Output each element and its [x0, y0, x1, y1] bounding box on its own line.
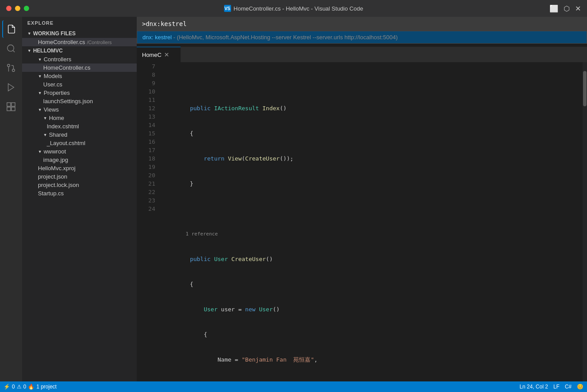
activitybar-git[interactable] [2, 59, 20, 77]
sidebar-item-home[interactable]: ▼ Home [22, 114, 137, 122]
maximize-button[interactable] [24, 6, 29, 11]
working-files-label: WORKING FILES [33, 30, 76, 37]
result-separator: - [173, 34, 177, 41]
fire-icon: 🔥 [28, 384, 34, 390]
sidebar-item-properties[interactable]: ▼ Properties [22, 89, 137, 97]
file-label: HomeController.cs [43, 64, 90, 71]
line-num: 21 [140, 179, 155, 188]
file-label: project.json [38, 173, 67, 180]
chevron-down-icon: ▼ [43, 133, 47, 137]
sidebar-file-indexcshtml[interactable]: Index.cshtml [22, 122, 137, 131]
sidebar-file-projectjson[interactable]: project.json [22, 172, 137, 181]
emoji-icon: 😊 [577, 384, 583, 390]
sidebar-header: EXPLORE [22, 17, 137, 29]
code-line-15: User user = new User() [162, 305, 587, 314]
chevron-down-icon: ▼ [27, 49, 31, 53]
sidebar-item-models[interactable]: ▼ Models [22, 72, 137, 80]
tab-label: HomeC [142, 52, 161, 58]
close-window-icon[interactable]: ✕ [575, 4, 581, 13]
sidebar-item-shared[interactable]: ▼ Shared [22, 131, 137, 139]
sidebar-item-wwwroot[interactable]: ▼ wwwroot [22, 147, 137, 156]
hellomvc-label: HELLOMVC [33, 48, 63, 54]
working-file-homecontroller[interactable]: HomeController.cs /Controllers [22, 38, 137, 46]
code-line-7 [162, 79, 587, 87]
sidebar-file-imagejpg[interactable]: image.jpg [22, 156, 137, 164]
minimize-button[interactable] [15, 6, 20, 11]
window-title: VS HomeController.cs - HelloMvc - Visual… [224, 5, 363, 12]
sidebar-item-views[interactable]: ▼ Views [22, 105, 137, 114]
file-label: launchSettings.json [43, 98, 93, 105]
line-num: 23 [140, 196, 155, 205]
command-input-wrapper [137, 17, 587, 31]
sidebar-file-projectlockjson[interactable]: project.lock.json [22, 181, 137, 189]
file-label: User.cs [43, 81, 62, 88]
line-num: 8 [140, 71, 155, 79]
command-results: dnx: kestrel - (HelloMvc, Microsoft.AspN… [137, 31, 587, 44]
status-eol[interactable]: LF [553, 384, 560, 390]
sidebar-file-launchsettings[interactable]: launchSettings.json [22, 97, 137, 105]
tabs-bar: HomeC ✕ [137, 47, 587, 62]
status-emoji[interactable]: 😊 [577, 384, 583, 390]
split-editor-icon[interactable]: ⬜ [550, 4, 558, 13]
status-position[interactable]: Ln 24, Col 2 [520, 384, 548, 390]
line-num: 9 [140, 79, 155, 87]
line-num: 13 [140, 112, 155, 121]
code-line-12 [162, 205, 587, 213]
lightning-icon: ⚡ [4, 384, 10, 390]
close-button[interactable] [6, 6, 11, 11]
sidebar-content: ▼ WORKING FILES HomeController.cs /Contr… [22, 29, 137, 381]
folder-label: Home [49, 115, 64, 121]
eol-label: LF [553, 384, 560, 390]
chevron-down-icon: ▼ [27, 31, 31, 36]
line-num: 20 [140, 171, 155, 179]
scrollbar-track[interactable] [583, 62, 587, 381]
code-line-8: public IActionResult Index() [162, 104, 587, 112]
folder-label: wwwroot [44, 148, 66, 155]
svg-point-2 [12, 69, 15, 72]
line-num: 16 [140, 138, 155, 146]
status-lang[interactable]: C# [565, 384, 572, 390]
activitybar-debug[interactable] [2, 78, 20, 96]
command-result-item[interactable]: dnx: kestrel - (HelloMvc, Microsoft.AspN… [137, 31, 587, 43]
line-numbers: 7 8 9 10 11 12 13 14 15 16 17 18 19 20 2… [137, 62, 159, 381]
code-line-10: return View(CreateUser()); [162, 154, 587, 163]
window-controls [6, 6, 29, 11]
sidebar: EXPLORE ▼ WORKING FILES HomeController.c… [22, 17, 137, 381]
svg-rect-9 [11, 107, 15, 111]
titlebar: VS HomeController.cs - HelloMvc - Visual… [0, 0, 587, 17]
line-num: 11 [140, 96, 155, 104]
svg-point-0 [7, 45, 14, 52]
sidebar-file-layoutcshtml[interactable]: _Layout.cshtml [22, 139, 137, 147]
file-label: _Layout.cshtml [47, 140, 85, 146]
status-branch[interactable]: ⚡ 0 ⚠ 0 🔥 1 project [4, 384, 56, 390]
hellomvc-section[interactable]: ▼ HELLOMVC [22, 46, 137, 55]
activitybar-extensions[interactable] [2, 98, 20, 116]
line-num: 10 [140, 87, 155, 96]
result-description: (HelloMvc, Microsoft.AspNet.Hosting --se… [177, 34, 398, 41]
code-line-16: { [162, 330, 587, 339]
file-label: HelloMvc.xproj [38, 165, 75, 172]
activitybar-explorer[interactable] [2, 20, 20, 38]
scrollbar-thumb[interactable] [583, 71, 587, 106]
share-icon[interactable]: ⬡ [564, 4, 570, 13]
working-files-section[interactable]: ▼ WORKING FILES [22, 29, 137, 38]
tab-close-icon[interactable]: ✕ [164, 51, 169, 58]
line-num: 22 [140, 188, 155, 196]
file-path: /Controllers [87, 40, 112, 45]
sidebar-item-controllers[interactable]: ▼ Controllers [22, 55, 137, 63]
line-num: 7 [140, 62, 155, 71]
sidebar-file-homecontroller[interactable]: HomeController.cs [22, 63, 137, 72]
tab-homecontroller[interactable]: HomeC ✕ [137, 47, 181, 62]
code-editor[interactable]: 7 8 9 10 11 12 13 14 15 16 17 18 19 20 2… [137, 62, 587, 381]
position-label: Ln 24, Col 2 [520, 384, 548, 390]
sidebar-file-hellomvcxproj[interactable]: HelloMvc.xproj [22, 164, 137, 172]
file-label: image.jpg [43, 157, 68, 163]
command-palette-input[interactable] [140, 19, 583, 29]
code-line-14: { [162, 280, 587, 288]
activitybar-search[interactable] [2, 40, 20, 57]
folder-label: Models [44, 73, 62, 79]
sidebar-file-usercs[interactable]: User.cs [22, 80, 137, 89]
sidebar-file-startupcs[interactable]: Startup.cs [22, 189, 137, 198]
warning-icon: ⚠ [17, 384, 22, 390]
line-num: 15 [140, 129, 155, 138]
